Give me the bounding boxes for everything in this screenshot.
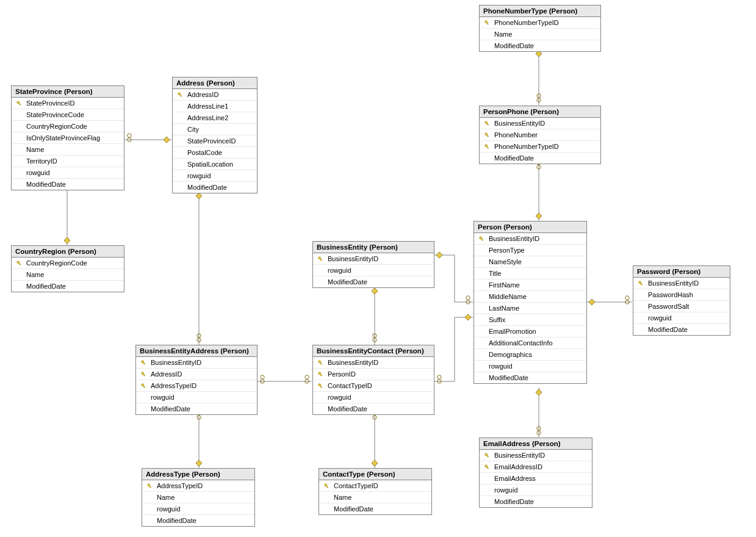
column-row[interactable]: rowguid xyxy=(633,312,730,324)
column-row[interactable]: IsOnlyStateProvinceFlag xyxy=(12,132,124,144)
column-row[interactable]: ModifiedDate xyxy=(480,496,592,507)
column-row[interactable]: BusinessEntityID xyxy=(480,450,592,461)
table-header[interactable]: ContactType (Person) xyxy=(319,469,431,480)
column-row[interactable]: MiddleName xyxy=(474,291,586,303)
column-row[interactable]: rowguid xyxy=(12,167,124,179)
column-row[interactable]: BusinessEntityID xyxy=(633,278,730,289)
column-row[interactable]: rowguid xyxy=(142,503,254,515)
table-phonenumbertype[interactable]: PhoneNumberType (Person) PhoneNumberType… xyxy=(479,5,601,52)
column-row[interactable]: AddressTypeID xyxy=(142,480,254,492)
column-row[interactable]: PersonType xyxy=(474,245,586,256)
column-row[interactable]: NameStyle xyxy=(474,256,586,268)
column-row[interactable]: Name xyxy=(480,29,600,40)
column-row[interactable]: ModifiedDate xyxy=(12,281,124,292)
table-countryregion[interactable]: CountryRegion (Person) CountryRegionCode… xyxy=(11,245,124,292)
column-row[interactable]: EmailAddress xyxy=(480,473,592,485)
table-body: BusinessEntityIDrowguidModifiedDate xyxy=(313,253,434,287)
column-row[interactable]: Suffix xyxy=(474,314,586,326)
column-row[interactable]: PersonID xyxy=(313,369,434,380)
column-row[interactable]: ModifiedDate xyxy=(12,179,124,190)
table-header[interactable]: Person (Person) xyxy=(474,222,586,233)
column-row[interactable]: BusinessEntityID xyxy=(313,357,434,369)
column-row[interactable]: ModifiedDate xyxy=(480,40,600,51)
column-row[interactable]: PhoneNumberTypeID xyxy=(480,17,600,29)
table-address[interactable]: Address (Person) AddressIDAddressLine1Ad… xyxy=(172,77,257,193)
column-row[interactable]: ModifiedDate xyxy=(313,276,434,287)
table-header[interactable]: PersonPhone (Person) xyxy=(480,106,600,118)
table-businessentityaddress[interactable]: BusinessEntityAddress (Person) BusinessE… xyxy=(135,345,257,415)
column-row[interactable]: ModifiedDate xyxy=(173,182,257,193)
column-row[interactable]: rowguid xyxy=(136,392,257,403)
table-businessentity[interactable]: BusinessEntity (Person) BusinessEntityID… xyxy=(312,241,434,288)
table-header[interactable]: CountryRegion (Person) xyxy=(12,246,124,258)
column-row[interactable]: PostalCode xyxy=(173,147,257,159)
table-addresstype[interactable]: AddressType (Person) AddressTypeIDNamero… xyxy=(142,468,255,527)
column-row[interactable]: TerritoryID xyxy=(12,156,124,167)
table-personphone[interactable]: PersonPhone (Person) BusinessEntityIDPho… xyxy=(479,106,601,164)
column-row[interactable]: CountryRegionCode xyxy=(12,121,124,132)
table-stateprovince[interactable]: StateProvince (Person) StateProvinceIDSt… xyxy=(11,85,124,190)
column-row[interactable]: AdditionalContactInfo xyxy=(474,337,586,349)
svg-rect-103 xyxy=(488,468,488,469)
table-header[interactable]: AddressType (Person) xyxy=(142,469,254,480)
column-row[interactable]: AddressLine2 xyxy=(173,112,257,124)
column-row[interactable]: Demographics xyxy=(474,349,586,361)
column-row[interactable]: FirstName xyxy=(474,279,586,291)
column-row[interactable]: BusinessEntityID xyxy=(474,233,586,245)
column-row[interactable]: AddressLine1 xyxy=(173,101,257,112)
table-header[interactable]: PhoneNumberType (Person) xyxy=(480,5,600,17)
table-password[interactable]: Password (Person) BusinessEntityIDPasswo… xyxy=(633,265,730,336)
column-row[interactable]: ModifiedDate xyxy=(474,372,586,383)
column-row[interactable]: StateProvinceID xyxy=(173,135,257,147)
column-row[interactable]: ContactTypeID xyxy=(319,480,431,492)
table-emailaddress[interactable]: EmailAddress (Person) BusinessEntityIDEm… xyxy=(479,438,592,508)
column-row[interactable]: AddressID xyxy=(136,369,257,380)
pk-indicator xyxy=(322,483,331,489)
column-row[interactable]: rowguid xyxy=(480,485,592,496)
column-row[interactable]: Name xyxy=(319,492,431,503)
column-row[interactable]: rowguid xyxy=(313,392,434,403)
column-row[interactable]: rowguid xyxy=(313,265,434,276)
column-row[interactable]: SpatialLocation xyxy=(173,159,257,170)
column-row[interactable]: BusinessEntityID xyxy=(136,357,257,369)
table-header[interactable]: Password (Person) xyxy=(633,266,730,278)
table-person[interactable]: Person (Person) BusinessEntityIDPersonTy… xyxy=(473,221,587,384)
column-row[interactable]: LastName xyxy=(474,303,586,314)
table-header[interactable]: Address (Person) xyxy=(173,77,257,89)
column-row[interactable]: rowguid xyxy=(474,361,586,372)
column-row[interactable]: StateProvinceCode xyxy=(12,109,124,121)
column-row[interactable]: ModifiedDate xyxy=(480,153,600,164)
table-header[interactable]: BusinessEntityAddress (Person) xyxy=(136,345,257,357)
table-header[interactable]: StateProvince (Person) xyxy=(12,86,124,98)
table-header[interactable]: BusinessEntity (Person) xyxy=(313,242,434,253)
table-contacttype[interactable]: ContactType (Person) ContactTypeIDNameMo… xyxy=(319,468,432,515)
column-row[interactable]: Name xyxy=(12,269,124,281)
column-row[interactable]: ModifiedDate xyxy=(319,503,431,514)
column-row[interactable]: PhoneNumber xyxy=(480,129,600,141)
column-row[interactable]: CountryRegionCode xyxy=(12,258,124,269)
column-row[interactable]: AddressID xyxy=(173,89,257,101)
column-row[interactable]: StateProvinceID xyxy=(12,98,124,109)
column-row[interactable]: AddressTypeID xyxy=(136,380,257,392)
column-row[interactable]: ModifiedDate xyxy=(136,403,257,414)
column-name: PhoneNumber xyxy=(492,131,538,139)
table-header[interactable]: BusinessEntityContact (Person) xyxy=(313,345,434,357)
column-row[interactable]: rowguid xyxy=(173,170,257,182)
column-row[interactable]: PasswordHash xyxy=(633,289,730,301)
column-row[interactable]: ModifiedDate xyxy=(142,515,254,526)
column-row[interactable]: ModifiedDate xyxy=(313,403,434,414)
table-businessentitycontact[interactable]: BusinessEntityContact (Person) BusinessE… xyxy=(312,345,434,415)
column-row[interactable]: City xyxy=(173,124,257,135)
column-row[interactable]: Title xyxy=(474,268,586,279)
column-row[interactable]: EmailPromotion xyxy=(474,326,586,337)
column-row[interactable]: PasswordSalt xyxy=(633,301,730,312)
column-row[interactable]: PhoneNumberTypeID xyxy=(480,141,600,153)
column-row[interactable]: BusinessEntityID xyxy=(480,118,600,129)
table-header[interactable]: EmailAddress (Person) xyxy=(480,438,592,450)
column-row[interactable]: EmailAddressID xyxy=(480,461,592,473)
column-row[interactable]: BusinessEntityID xyxy=(313,253,434,265)
column-row[interactable]: ModifiedDate xyxy=(633,324,730,335)
column-row[interactable]: ContactTypeID xyxy=(313,380,434,392)
column-row[interactable]: Name xyxy=(12,144,124,156)
column-row[interactable]: Name xyxy=(142,492,254,503)
